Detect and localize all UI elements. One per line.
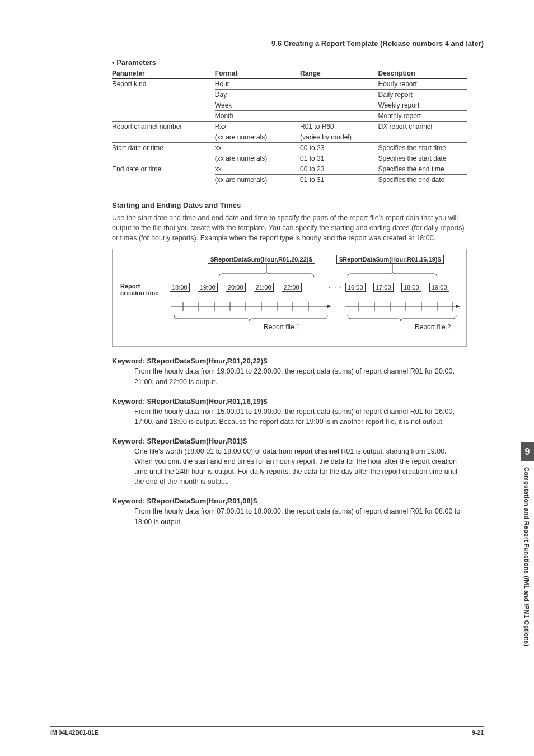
table-cell: Day [215,90,300,100]
table-cell: (xx are numerals) [215,132,300,143]
table-cell [300,79,378,90]
keyword-heading: Keyword: $ReportDataSum(Hour,R01)$ [112,437,467,445]
table-row: Report kindHourHourly report [112,79,467,90]
time-box: 18:00 [170,283,190,292]
table-row: End date or timexx00 to 23Specifies the … [112,164,467,175]
table-row: Start date or timexx00 to 23Specifies th… [112,143,467,153]
footer-left: IM 04L42B01-01E [50,729,99,736]
time-box: 19:00 [429,283,449,292]
table-cell: xx [215,143,300,153]
keyword-heading: Keyword: $ReportDataSum(Hour,R01,16,19)$ [112,397,467,405]
keyword-box-2: $ReportDataSum(Hour,R01,16,19)$ [336,255,444,264]
time-box: 17:00 [373,283,394,292]
svg-marker-3 [327,305,331,308]
table-cell: Hourly report [378,79,467,90]
table-cell: Specifies the start time [378,143,467,153]
chapter-title-vertical: Computation and Report Functions (/M1 an… [521,461,533,652]
report-timeline-diagram: $ReportDataSum(Hour,R01,20,22)$ $ReportD… [112,249,467,347]
parameters-heading: • Parameters [112,58,467,67]
table-cell [300,100,378,111]
table-cell: 01 to 31 [300,153,378,164]
time-box: 20:00 [226,283,246,292]
table-row: (xx are numerals)01 to 31Specifies the e… [112,175,467,185]
table-cell: Hour [215,79,300,90]
table-cell [112,111,215,122]
keyword-body: One file's worth (18:00:01 to 18:00:00) … [134,446,467,487]
svg-marker-5 [456,305,460,308]
keyword-body: From the hourly data from 07:00:01 to 18… [134,506,467,526]
col-description: Description [378,68,467,79]
table-cell: Specifies the start date [378,153,467,164]
table-cell: 00 to 23 [300,164,378,175]
table-cell: Rxx [215,122,300,132]
col-range: Range [300,68,378,79]
keyword-body: From the hourly data from 15:00:01 to 19… [134,407,467,427]
table-cell [112,175,215,185]
time-box: 16:00 [345,283,366,292]
table-cell [112,153,215,164]
table-cell: Specifies the end time [378,164,467,175]
table-cell [112,90,215,100]
creation-time-label: Report creation time [120,283,158,296]
starting-heading: Starting and Ending Dates and Times [112,201,467,209]
starting-body: Use the start date and time and end date… [112,213,467,243]
keyword-heading: Keyword: $ReportDataSum(Hour,R01,20,22)$ [112,357,467,365]
timeline-dots: · · · · · [317,284,343,291]
table-cell: (xx are numerals) [215,153,300,164]
table-cell: Weekly report [378,100,467,111]
table-cell: Month [215,111,300,122]
side-tab: 9 Computation and Report Functions (/M1 … [521,442,534,689]
page-footer: IM 04L42B01-01E 9-21 [50,726,484,736]
report-file-1-label: Report file 1 [264,323,300,331]
table-cell: Report channel number [112,122,215,132]
table-row: (xx are numerals)01 to 31Specifies the s… [112,153,467,164]
table-row: WeekWeekly report [112,100,467,111]
diagram-svg [113,249,460,350]
table-cell: Week [215,100,300,111]
table-cell: (varies by model) [300,132,378,143]
report-file-2-label: Report file 2 [415,323,451,331]
table-cell: Specifies the end date [378,175,467,185]
table-cell [300,111,378,122]
table-cell: End date or time [112,164,215,175]
time-box: 21:00 [254,283,274,292]
table-cell: 01 to 31 [300,175,378,185]
time-box: 19:00 [198,283,218,292]
table-cell [300,90,378,100]
footer-right: 9-21 [472,729,484,736]
table-cell: Daily report [378,90,467,100]
keyword-body: From the hourly data from 19:00:01 to 22… [134,366,467,386]
table-cell [378,132,467,143]
chapter-number: 9 [521,442,534,461]
keyword-box-1: $ReportDataSum(Hour,R01,20,22)$ [208,255,315,264]
table-row: (xx are numerals)(varies by model) [112,132,467,143]
table-cell [112,132,215,143]
table-cell: DX report channel [378,122,467,132]
keyword-heading: Keyword: $ReportDataSum(Hour,R01,08)$ [112,497,467,505]
table-cell: xx [215,164,300,175]
table-row: MonthMonthly report [112,111,467,122]
col-parameter: Parameter [112,68,215,79]
table-cell: R01 to R60 [300,122,378,132]
table-cell: Start date or time [112,143,215,153]
time-box: 18:00 [401,283,421,292]
table-cell: Report kind [112,79,215,90]
parameters-table: Parameter Format Range Description Repor… [112,68,467,185]
table-row: DayDaily report [112,90,467,100]
table-cell: 00 to 23 [300,143,378,153]
table-cell: (xx are numerals) [215,175,300,185]
time-box: 22:00 [282,283,302,292]
table-row: Report channel numberRxxR01 to R60DX rep… [112,122,467,132]
col-format: Format [215,68,300,79]
table-cell: Monthly report [378,111,467,122]
section-header: 9.6 Creating a Report Template (Release … [50,39,484,50]
table-cell [112,100,215,111]
table-header-row: Parameter Format Range Description [112,68,467,79]
